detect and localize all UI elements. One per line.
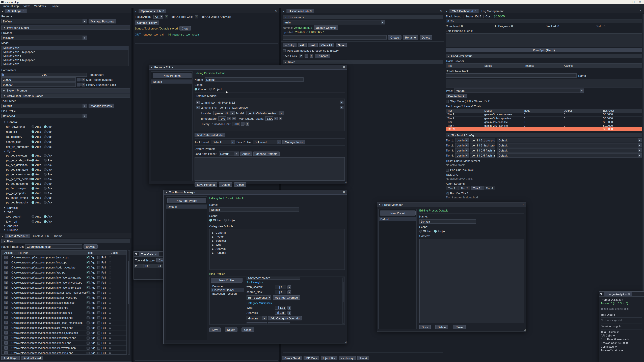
tab-mma-dashboard[interactable]: MMA Dashboard✕ bbox=[450, 9, 479, 13]
full-checkbox[interactable] bbox=[97, 301, 100, 304]
tpm-titlebar[interactable]: ▼ Tool Preset Manager ✕ bbox=[164, 190, 347, 195]
panel-collapse-icon[interactable]: ▼ bbox=[1, 235, 3, 237]
pe-tool-preset-select[interactable]: Default ▼ bbox=[211, 140, 235, 144]
discussion-name-input[interactable] bbox=[283, 35, 387, 39]
tool-preset-list-item[interactable]: Default bbox=[166, 204, 207, 209]
auto-radio[interactable] bbox=[32, 125, 34, 128]
tier-model-select[interactable]: gemini-3-flash-preview ▼ bbox=[470, 143, 496, 147]
tier-provider-select[interactable]: gemini ▼ bbox=[455, 148, 468, 152]
profile-item[interactable]: Discovery-Heavy bbox=[211, 288, 244, 292]
scrollbar-thumb[interactable] bbox=[128, 261, 129, 304]
full-checkbox[interactable] bbox=[97, 341, 100, 345]
clear-all-button[interactable]: Clear All bbox=[319, 43, 334, 47]
ask-radio[interactable] bbox=[44, 173, 46, 176]
profile-item[interactable]: Execution-Focused bbox=[211, 292, 244, 295]
menu-item[interactable]: manual slop bbox=[3, 4, 19, 8]
tpm-scope-global-radio[interactable] bbox=[209, 219, 212, 222]
tab-log-management[interactable]: Log Management bbox=[479, 9, 506, 13]
manage-presets-button[interactable]: Manage Presets bbox=[88, 104, 114, 108]
manage-prompts-button[interactable]: Manage Prompts bbox=[253, 151, 280, 156]
full-checkbox[interactable] bbox=[97, 296, 100, 299]
search-files-weight-slider[interactable]: 4 bbox=[275, 290, 286, 294]
window-close-icon[interactable]: ✕ bbox=[343, 191, 345, 194]
category-item[interactable]: ▶ Surgical bbox=[211, 239, 343, 243]
popout-usage-checkbox[interactable] bbox=[195, 15, 198, 18]
tab-comms-history[interactable]: Comms History bbox=[135, 20, 159, 25]
remove-multiplier-button[interactable]: x bbox=[288, 311, 291, 315]
system-prompts-header[interactable]: ▶ System Prompts bbox=[1, 88, 130, 92]
minimize-button[interactable]: – bbox=[627, 1, 628, 3]
full-checkbox[interactable] bbox=[97, 261, 100, 264]
track-name-input[interactable] bbox=[446, 73, 576, 78]
full-checkbox[interactable] bbox=[97, 352, 100, 355]
auto-radio[interactable] bbox=[32, 201, 34, 204]
save-profile-button[interactable]: Save Profile bbox=[246, 322, 267, 324]
provider-select[interactable]: minimax ▼ bbox=[1, 35, 87, 40]
ask-radio[interactable] bbox=[44, 140, 46, 143]
keep-pairs-plus-button[interactable]: + bbox=[310, 54, 313, 58]
new-preset-button[interactable]: New Preset bbox=[380, 211, 416, 216]
remove-file-button[interactable]: x bbox=[4, 291, 8, 294]
full-checkbox[interactable] bbox=[97, 271, 100, 274]
tier-preset-select[interactable]: Default ▼ bbox=[497, 143, 642, 147]
agg-checkbox[interactable] bbox=[86, 326, 90, 329]
auto-radio[interactable] bbox=[32, 196, 34, 199]
ask-radio[interactable] bbox=[44, 154, 46, 157]
panel-close-icon[interactable]: ✕ bbox=[640, 293, 643, 296]
ask-radio[interactable] bbox=[44, 135, 46, 138]
stream-tab[interactable]: Tier 1 bbox=[446, 186, 458, 190]
remove-file-button[interactable]: x bbox=[4, 331, 8, 335]
apply-button[interactable]: Apply bbox=[240, 151, 252, 156]
auto-radio[interactable] bbox=[32, 164, 34, 166]
agg-checkbox[interactable] bbox=[86, 296, 90, 299]
popout-toolcalls-checkbox[interactable] bbox=[165, 15, 168, 18]
agg-checkbox[interactable] bbox=[86, 316, 90, 319]
full-checkbox[interactable] bbox=[97, 306, 100, 309]
save-discussion-button[interactable]: Save bbox=[336, 43, 347, 47]
full-checkbox[interactable] bbox=[97, 321, 100, 324]
delete-discussion-button[interactable]: Delete bbox=[420, 35, 432, 39]
remove-file-button[interactable]: x bbox=[4, 286, 8, 289]
tab-tool-calls[interactable]: Tool Calls✕ bbox=[139, 252, 159, 256]
tool-override-select[interactable]: run_powershell ▼ bbox=[246, 295, 271, 300]
agg-checkbox[interactable] bbox=[86, 341, 90, 345]
plus-all-button[interactable]: +All bbox=[308, 43, 318, 47]
scrollbar-thumb[interactable] bbox=[643, 68, 643, 86]
agg-checkbox[interactable] bbox=[86, 306, 90, 309]
agg-checkbox[interactable] bbox=[86, 266, 90, 269]
category-analysis[interactable]: ▼Analysis bbox=[1, 224, 130, 228]
window-collapse-icon[interactable]: ▼ bbox=[165, 191, 167, 193]
full-checkbox[interactable] bbox=[97, 276, 100, 279]
agg-checkbox[interactable] bbox=[86, 321, 90, 324]
profile-name-input[interactable]: Discovery-Heavy bbox=[246, 277, 300, 280]
tab-close-icon[interactable]: ✕ bbox=[22, 10, 24, 12]
tab-close-icon[interactable]: ✕ bbox=[474, 10, 476, 12]
auto-add-checkbox[interactable] bbox=[283, 49, 286, 52]
model-option[interactable]: MiniMax-M2.5 bbox=[2, 46, 128, 50]
agg-checkbox[interactable] bbox=[86, 286, 90, 289]
toolbar-button[interactable]: -> History bbox=[339, 356, 356, 360]
auto-radio[interactable] bbox=[32, 192, 34, 194]
add-tool-override-button[interactable]: Add Tool Override bbox=[273, 295, 300, 300]
hist-plus-button[interactable]: + bbox=[246, 122, 249, 126]
menu-item[interactable]: Project bbox=[50, 4, 59, 8]
persona-select[interactable]: Default ▼ bbox=[1, 19, 87, 23]
manage-personas-button[interactable]: Manage Personas bbox=[88, 19, 116, 23]
panel-close-icon[interactable]: ✕ bbox=[440, 9, 444, 13]
remove-model-button[interactable]: x bbox=[340, 100, 344, 104]
remove-file-button[interactable]: x bbox=[4, 306, 8, 309]
auto-radio[interactable] bbox=[32, 140, 34, 143]
base-dir-input[interactable]: C:/projects/gencpp bbox=[25, 244, 82, 249]
new-tool-preset-button[interactable]: New Tool Preset bbox=[167, 198, 206, 203]
tab-context-hub[interactable]: Context Hub bbox=[31, 234, 51, 238]
agg-checkbox[interactable] bbox=[86, 291, 90, 294]
web-multiplier-slider[interactable]: 1.5x bbox=[275, 306, 286, 310]
keep-pairs-minus-button[interactable]: - bbox=[304, 54, 308, 58]
keep-pairs-input[interactable]: 2 bbox=[299, 54, 303, 58]
window-collapse-icon[interactable]: ▼ bbox=[150, 66, 152, 68]
auto-radio[interactable] bbox=[32, 220, 34, 223]
pe-model-select[interactable]: gemini-3-flash-preview ▼ bbox=[246, 111, 284, 115]
remove-multiplier-button[interactable]: x bbox=[288, 306, 291, 310]
toolbar-button[interactable]: MD Only bbox=[304, 356, 319, 360]
remove-file-button[interactable]: x bbox=[4, 261, 8, 264]
